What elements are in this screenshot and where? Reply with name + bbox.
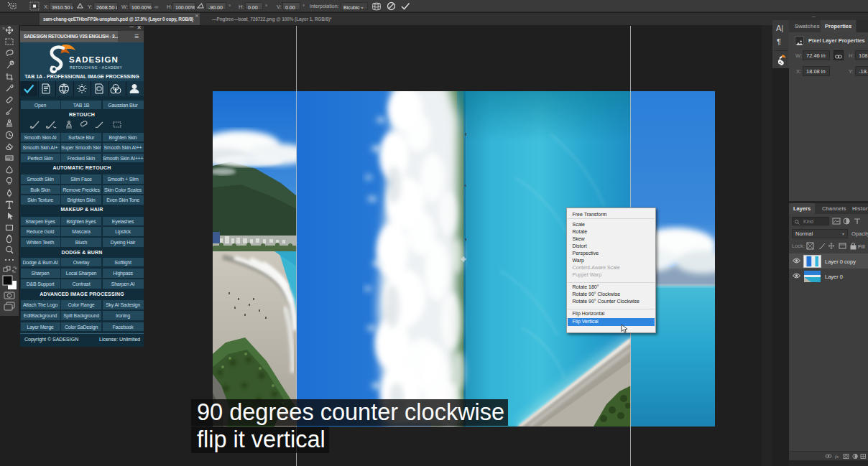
svg-text:SADESIGN: SADESIGN	[69, 55, 119, 64]
svg-text:RETOUCHING - ACADEMY: RETOUCHING - ACADEMY	[70, 65, 123, 70]
svg-text:fx: fx	[835, 454, 839, 460]
